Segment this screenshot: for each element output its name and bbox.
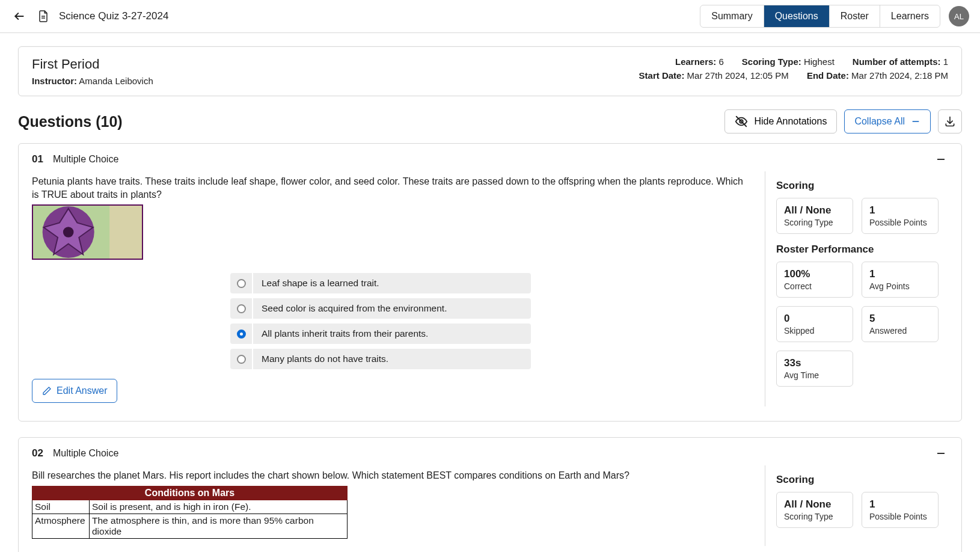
- user-avatar[interactable]: AL: [949, 6, 969, 26]
- radio-wrap: [230, 324, 252, 344]
- download-icon: [944, 115, 956, 127]
- learners-value: 6: [719, 57, 724, 67]
- minus-icon: [936, 448, 946, 459]
- stat-possible-points: 1 Possible Points: [862, 198, 939, 234]
- scoring-title: Scoring: [776, 180, 948, 192]
- stat-correct-value: 100%: [784, 268, 845, 280]
- info-row-1: Learners: 6 Scoring Type: Highest Number…: [675, 57, 948, 67]
- question-2-scoring-panel: Scoring All / None Scoring Type 1 Possib…: [765, 465, 948, 546]
- stat-correct: 100% Correct: [776, 262, 853, 298]
- radio-wrap: [230, 298, 252, 319]
- stat-skipped: 0 Skipped: [776, 306, 853, 342]
- stat-possible-points-value: 1: [869, 498, 931, 511]
- start-date-label: Start Date:: [639, 70, 685, 81]
- question-1-prompt: Petunia plants have traits. These traits…: [32, 175, 752, 201]
- choice-1d[interactable]: Many plants do not have traits.: [230, 349, 531, 369]
- minus-icon: [936, 154, 946, 165]
- svg-point-10: [63, 227, 74, 238]
- stat-answered-label: Answered: [869, 326, 931, 336]
- class-info-card: First Period Instructor: Amanda Leibovic…: [18, 46, 962, 96]
- choice-1b[interactable]: Seed color is acquired from the environm…: [230, 298, 531, 319]
- stat-skipped-value: 0: [784, 313, 845, 325]
- scoring-type-value: Highest: [804, 57, 835, 67]
- radio-icon: [237, 304, 246, 313]
- class-info-left: First Period Instructor: Amanda Leibovic…: [32, 57, 153, 86]
- mars-row-2-label: Atmosphere: [32, 514, 90, 538]
- radio-wrap: [230, 349, 252, 369]
- stat-correct-label: Correct: [784, 281, 845, 291]
- document-title: Science Quiz 3-27-2024: [59, 10, 168, 22]
- tab-learners[interactable]: Learners: [880, 5, 940, 27]
- info-row-2: Start Date: Mar 27th 2024, 12:05 PM End …: [639, 70, 948, 81]
- question-1-left: Petunia plants have traits. These traits…: [32, 171, 752, 406]
- tab-roster[interactable]: Roster: [830, 5, 880, 27]
- choice-1a-label: Leaf shape is a learned trait.: [253, 273, 531, 293]
- stat-avg-time-label: Avg Time: [784, 370, 845, 380]
- radio-selected-icon: [237, 330, 246, 339]
- question-2-type: Multiple Choice: [53, 448, 118, 459]
- question-2-collapse-toggle[interactable]: [934, 446, 948, 461]
- question-2-left: Bill researches the planet Mars. His rep…: [32, 465, 752, 546]
- top-bar-right: Summary Questions Roster Learners AL: [700, 5, 969, 28]
- petunia-flower-icon: [33, 206, 142, 259]
- mars-conditions-table: Conditions on Mars Soil Soil is present,…: [32, 486, 752, 539]
- question-2-title: 02 Multiple Choice: [32, 447, 118, 459]
- stat-avg-time: 33s Avg Time: [776, 351, 853, 387]
- tab-summary[interactable]: Summary: [700, 5, 764, 27]
- arrow-left-icon: [13, 10, 25, 22]
- questions-header-row: Questions (10) Hide Annotations Collapse…: [18, 109, 962, 133]
- content: First Period Instructor: Amanda Leibovic…: [0, 33, 980, 552]
- question-1-header: 01 Multiple Choice: [19, 144, 961, 171]
- instructor-label: Instructor:: [32, 76, 77, 86]
- download-button[interactable]: [938, 109, 962, 133]
- question-1-collapse-toggle[interactable]: [934, 152, 948, 167]
- question-1-image[interactable]: [32, 204, 143, 260]
- collapse-all-button[interactable]: Collapse All: [844, 109, 931, 133]
- questions-count-title: Questions (10): [18, 113, 123, 130]
- hide-annotations-button[interactable]: Hide Annotations: [724, 109, 837, 133]
- attempts-value: 1: [943, 57, 948, 67]
- radio-icon: [237, 355, 246, 364]
- choice-1d-label: Many plants do not have traits.: [253, 349, 531, 369]
- period-title: First Period: [32, 57, 153, 72]
- mars-row-1-value: Soil is present, and is high in iron (Fe…: [90, 500, 347, 514]
- stat-skipped-label: Skipped: [784, 326, 845, 336]
- question-1-scoring-panel: Scoring All / None Scoring Type 1 Possib…: [765, 171, 948, 406]
- stat-answered-value: 5: [869, 313, 931, 325]
- choice-1c[interactable]: All plants inherit traits from their par…: [230, 324, 531, 344]
- stat-avg-points-value: 1: [869, 268, 931, 280]
- question-2-body: Bill researches the planet Mars. His rep…: [19, 465, 961, 552]
- scoring-type-label: Scoring Type:: [742, 57, 801, 67]
- stat-possible-points-label: Possible Points: [869, 512, 931, 521]
- roster-stats: 100% Correct 1 Avg Points 0 Skipped 5 An…: [776, 262, 948, 387]
- stat-possible-points-label: Possible Points: [869, 218, 931, 227]
- end-date-label: End Date:: [807, 70, 849, 81]
- tab-questions[interactable]: Questions: [764, 5, 830, 27]
- class-info-right: Learners: 6 Scoring Type: Highest Number…: [639, 57, 948, 86]
- mars-row-1-label: Soil: [32, 500, 90, 514]
- end-date-value: Mar 27th 2024, 2:18 PM: [851, 70, 948, 81]
- stat-avg-points: 1 Avg Points: [862, 262, 939, 298]
- question-card-1: 01 Multiple Choice Petunia plants have t…: [18, 143, 962, 422]
- question-1-number: 01: [32, 153, 43, 165]
- stat-scoring-type: All / None Scoring Type: [776, 198, 853, 234]
- radio-icon: [237, 279, 246, 288]
- edit-answer-label: Edit Answer: [57, 385, 107, 396]
- collapse-all-label: Collapse All: [854, 116, 905, 127]
- back-button[interactable]: [11, 8, 28, 25]
- question-2-prompt: Bill researches the planet Mars. His rep…: [32, 469, 752, 482]
- edit-answer-button[interactable]: Edit Answer: [32, 379, 117, 403]
- radio-wrap: [230, 273, 252, 293]
- choice-1a[interactable]: Leaf shape is a learned trait.: [230, 273, 531, 293]
- question-1-title: 01 Multiple Choice: [32, 153, 118, 165]
- main-tabs: Summary Questions Roster Learners: [700, 5, 940, 28]
- instructor-line: Instructor: Amanda Leibovich: [32, 76, 153, 86]
- mars-row-2-value: The atmosphere is thin, and is more than…: [90, 514, 347, 538]
- question-card-2: 02 Multiple Choice Bill researches the p…: [18, 437, 962, 552]
- stat-avg-time-value: 33s: [784, 357, 845, 369]
- stat-scoring-type-label: Scoring Type: [784, 218, 845, 227]
- pencil-icon: [42, 386, 52, 396]
- top-bar: Science Quiz 3-27-2024 Summary Questions…: [0, 0, 980, 33]
- scoring-title: Scoring: [776, 474, 948, 486]
- table-row: Atmosphere The atmosphere is thin, and i…: [32, 514, 348, 539]
